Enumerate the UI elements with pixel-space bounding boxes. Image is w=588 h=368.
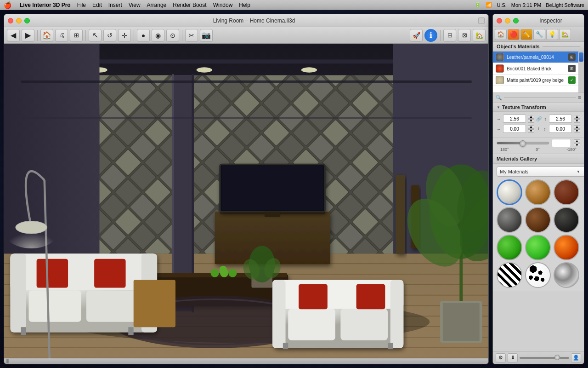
room-scene: ||| — [4, 44, 488, 364]
rotation-slider-track[interactable] — [497, 142, 549, 144]
menu-app-name[interactable]: Live Interior 3D Pro — [20, 2, 71, 8]
eye-tool[interactable]: ◉ — [152, 29, 164, 42]
gallery-swatch-bright-green[interactable] — [525, 235, 551, 260]
tt-offset-y-down[interactable]: ▼ — [574, 129, 580, 133]
window-resize-btn[interactable] — [478, 17, 485, 24]
materials-scrollbar-thumb[interactable] — [579, 52, 583, 62]
svg-rect-38 — [396, 175, 405, 253]
traffic-red[interactable] — [8, 18, 13, 23]
tt-offset-y-icon: ↕ — [543, 126, 547, 132]
svg-rect-73 — [443, 303, 480, 341]
gallery-swatch-dalmatian[interactable] — [525, 262, 551, 288]
tt-scale-y-down[interactable]: ▼ — [574, 119, 580, 123]
gallery-swatch-black[interactable] — [554, 207, 579, 233]
list-options-icon[interactable]: ≡ — [578, 94, 581, 101]
gallery-swatch-fire[interactable] — [554, 235, 579, 260]
move-tool[interactable]: ✛ — [118, 29, 131, 42]
viewport-3d[interactable]: ||| — [4, 44, 488, 364]
apple-menu[interactable]: 🍎 — [4, 1, 11, 9]
back-button[interactable]: ◀ — [7, 29, 20, 42]
menu-insert[interactable]: Insert — [108, 2, 122, 8]
tt-offset-x-input[interactable] — [503, 125, 526, 133]
menubar-wifi: 📶 — [486, 2, 492, 8]
nav-2d[interactable]: ⊟ — [443, 29, 456, 42]
tt-scale-x-down[interactable]: ▼ — [528, 119, 534, 123]
menu-file[interactable]: File — [77, 2, 86, 8]
material-item-3[interactable]: Matte paint/1019 grey beige ✓ — [493, 75, 578, 86]
sphere-tool[interactable]: ● — [137, 29, 150, 42]
inspector-minimize[interactable] — [505, 18, 510, 23]
toolbar-divider — [504, 98, 576, 98]
footer-person-btn[interactable]: 👤 — [571, 353, 581, 362]
floorplan-button[interactable]: 🏠 — [40, 29, 53, 42]
render-button[interactable]: 🖨 — [55, 29, 68, 42]
viewport-handle[interactable]: ||| — [4, 358, 488, 364]
share-button[interactable]: 🚀 — [410, 29, 423, 42]
footer-settings-btn[interactable]: ⚙ — [496, 353, 506, 362]
tt-offset-x-up[interactable]: ▲ — [528, 125, 534, 129]
tt-collapse-icon[interactable]: ▼ — [497, 105, 500, 109]
gallery-swatch-brown[interactable] — [525, 207, 551, 233]
info-button[interactable]: ℹ — [424, 29, 437, 42]
forward-button[interactable]: ▶ — [22, 29, 34, 42]
nav-rooms[interactable]: ⊠ — [458, 29, 471, 42]
gallery-swatch-white[interactable] — [497, 179, 522, 205]
menu-window[interactable]: Window — [213, 2, 233, 8]
gallery-dropdown[interactable]: My Materials All Materials Favorites — [497, 167, 584, 177]
material-item-2[interactable]: Brick/001 Baked Brick ⊞ — [493, 63, 578, 75]
gallery-swatch-wood-light[interactable] — [525, 179, 551, 205]
rotation-down[interactable]: ▼ — [574, 144, 580, 147]
tt-offset-x-down[interactable]: ▼ — [528, 129, 534, 133]
nav-home[interactable]: 🏡 — [473, 29, 486, 42]
materials-list[interactable]: Leather/pamela_09014 ⊞ Brick/001 Baked B… — [493, 52, 578, 92]
tt-scale-y-up[interactable]: ▲ — [574, 115, 580, 119]
tt-offset-y-up[interactable]: ▲ — [574, 125, 580, 129]
rotation-value-input[interactable]: 0° — [552, 139, 571, 147]
rotation-slider-thumb[interactable] — [520, 140, 526, 147]
tab-outdoor[interactable]: 🏡 — [559, 29, 571, 40]
select-tool[interactable]: ↖ — [89, 29, 102, 42]
gallery-swatch-green[interactable] — [497, 235, 522, 260]
svg-rect-62 — [390, 280, 404, 348]
tt-scale-y-input[interactable] — [549, 115, 572, 123]
tab-settings[interactable]: 🔧 — [533, 29, 545, 40]
gallery-swatch-brick[interactable] — [554, 179, 579, 205]
measure-tool[interactable]: ✂ — [185, 29, 198, 42]
rotation-up[interactable]: ▲ — [574, 139, 580, 143]
footer-size-slider[interactable] — [520, 357, 569, 359]
gallery-swatch-metal-dark[interactable] — [497, 207, 522, 233]
material-item-1[interactable]: Leather/pamela_09014 ⊞ — [493, 52, 578, 63]
tab-home[interactable]: 🏠 — [495, 29, 507, 40]
inspector-zoom[interactable] — [513, 18, 519, 23]
tab-transform[interactable]: ✏️ — [520, 29, 532, 40]
tt-scale-x-up[interactable]: ▲ — [528, 115, 534, 119]
camera-tool[interactable]: ⊙ — [166, 29, 179, 42]
svg-rect-85 — [21, 117, 471, 119]
inspector-close[interactable] — [497, 18, 502, 23]
tt-scale-x-input[interactable] — [503, 115, 526, 123]
traffic-green[interactable] — [24, 18, 30, 23]
view3d-button[interactable]: ⊞ — [70, 29, 83, 42]
tab-light[interactable]: 💡 — [546, 29, 558, 40]
gallery-swatch-chrome[interactable] — [554, 262, 579, 288]
menu-edit[interactable]: Edit — [92, 2, 102, 8]
tt-offset-y-input[interactable] — [549, 125, 572, 133]
menu-view[interactable]: View — [129, 2, 141, 8]
footer-import-btn[interactable]: ⬇ — [508, 353, 518, 362]
menu-render-boost[interactable]: Render Boost — [173, 2, 206, 8]
menu-help[interactable]: Help — [239, 2, 250, 8]
scene-svg — [4, 44, 488, 364]
svg-rect-65 — [299, 284, 328, 310]
material-name-3: Matte paint/1019 grey beige — [507, 78, 565, 83]
materials-scrollbar[interactable] — [578, 52, 584, 92]
tab-material[interactable]: 🔴 — [508, 29, 520, 40]
rotate-tool[interactable]: ↺ — [103, 29, 116, 42]
material-swatch-1 — [496, 53, 504, 61]
menu-arrange[interactable]: Arrange — [147, 2, 167, 8]
slider-label-max: -180° — [566, 147, 577, 152]
footer-slider-thumb[interactable] — [554, 355, 560, 360]
gallery-swatch-zebra[interactable] — [497, 262, 522, 288]
texture-transform-header: ▼ Texture Transform — [493, 103, 584, 112]
traffic-yellow[interactable] — [16, 18, 22, 23]
screenshot-tool[interactable]: 📷 — [200, 29, 213, 42]
